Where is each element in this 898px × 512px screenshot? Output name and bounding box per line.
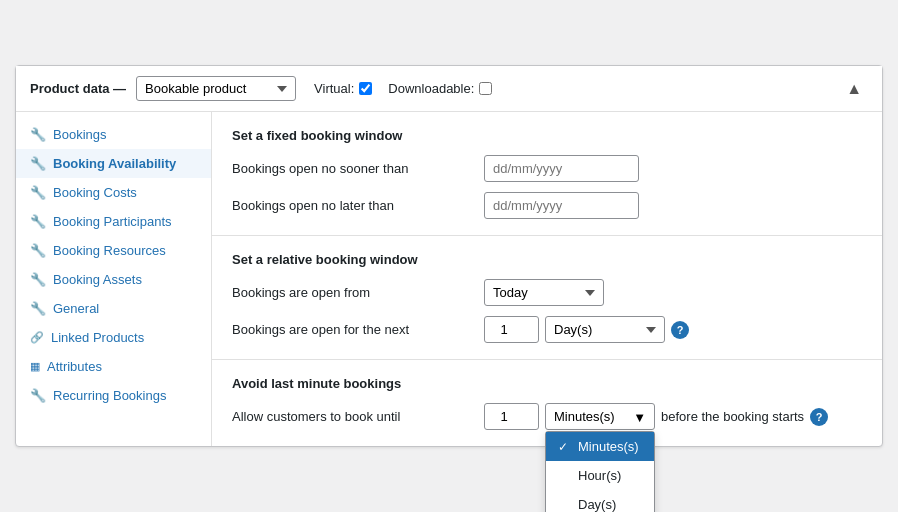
dropdown-item-hours[interactable]: Hour(s): [546, 461, 654, 490]
wrench-icon: 🔧: [30, 243, 46, 258]
sidebar-item-booking-assets[interactable]: 🔧 Booking Assets: [16, 265, 211, 294]
chain-icon: 🔗: [30, 331, 44, 344]
wrench-icon: 🔧: [30, 185, 46, 200]
before-booking-starts-text: before the booking starts: [661, 409, 804, 424]
field-row-open-no-later: Bookings open no later than: [232, 192, 862, 219]
section-last-minute-title: Avoid last minute bookings: [232, 376, 862, 391]
sidebar-item-label: General: [53, 301, 99, 316]
sidebar-item-booking-participants[interactable]: 🔧 Booking Participants: [16, 207, 211, 236]
product-type-select[interactable]: Bookable product: [136, 76, 296, 101]
date-input-open-no-sooner[interactable]: [484, 155, 639, 182]
dropdown-item-label: Hour(s): [578, 468, 621, 483]
wrench-icon: 🔧: [30, 388, 46, 403]
downloadable-checkbox[interactable]: [479, 82, 492, 95]
sidebar: 🔧 Bookings 🔧 Booking Availability 🔧 Book…: [16, 112, 212, 446]
field-label-open-for-next: Bookings are open for the next: [232, 322, 472, 337]
check-mark-icon: ✓: [558, 440, 572, 454]
section-relative-window-title: Set a relative booking window: [232, 252, 862, 267]
field-row-open-from: Bookings are open from Today Now: [232, 279, 862, 306]
dropdown-trigger-book-until[interactable]: Minutes(s) ▼: [545, 403, 655, 430]
section-last-minute: Avoid last minute bookings Allow custome…: [212, 360, 882, 446]
section-relative-window: Set a relative booking window Bookings a…: [212, 236, 882, 360]
downloadable-label: Downloadable:: [388, 81, 474, 96]
field-row-open-no-sooner: Bookings open no sooner than: [232, 155, 862, 182]
wrench-icon: 🔧: [30, 301, 46, 316]
help-icon-book-until[interactable]: ?: [810, 408, 828, 426]
dropdown-menu-book-until: ✓ Minutes(s) Hour(s) Day(s): [545, 431, 655, 512]
sidebar-item-label: Bookings: [53, 127, 106, 142]
panel-body: 🔧 Bookings 🔧 Booking Availability 🔧 Book…: [16, 112, 882, 446]
header-checkboxes: Virtual: Downloadable:: [314, 81, 492, 96]
date-input-open-no-later[interactable]: [484, 192, 639, 219]
sidebar-item-attributes[interactable]: ▦ Attributes: [16, 352, 211, 381]
sidebar-item-booking-costs[interactable]: 🔧 Booking Costs: [16, 178, 211, 207]
downloadable-checkbox-label[interactable]: Downloadable:: [388, 81, 492, 96]
sidebar-item-label: Linked Products: [51, 330, 144, 345]
select-open-from[interactable]: Today Now: [484, 279, 604, 306]
number-input-open-for-next[interactable]: [484, 316, 539, 343]
sidebar-item-linked-products[interactable]: 🔗 Linked Products: [16, 323, 211, 352]
select-open-for-next-unit[interactable]: Day(s) Minutes(s) Hour(s) Week(s) Month(…: [545, 316, 665, 343]
virtual-checkbox[interactable]: [359, 82, 372, 95]
sidebar-item-label: Booking Availability: [53, 156, 176, 171]
wrench-icon: 🔧: [30, 272, 46, 287]
panel-header: Product data — Bookable product Virtual:…: [16, 66, 882, 112]
section-fixed-window: Set a fixed booking window Bookings open…: [212, 112, 882, 236]
dropdown-item-label: Day(s): [578, 497, 616, 512]
dropdown-container-book-until: Minutes(s) ▼ ✓ Minutes(s) Hour(s): [545, 403, 655, 430]
dropdown-item-minutes[interactable]: ✓ Minutes(s): [546, 432, 654, 461]
virtual-label: Virtual:: [314, 81, 354, 96]
field-row-book-until: Allow customers to book until Minutes(s)…: [232, 403, 862, 430]
sidebar-item-bookings[interactable]: 🔧 Bookings: [16, 120, 211, 149]
panel-header-label: Product data —: [30, 81, 126, 96]
sidebar-item-label: Booking Assets: [53, 272, 142, 287]
book-until-group: Minutes(s) ▼ ✓ Minutes(s) Hour(s): [484, 403, 828, 430]
number-input-book-until[interactable]: [484, 403, 539, 430]
sidebar-item-booking-resources[interactable]: 🔧 Booking Resources: [16, 236, 211, 265]
sidebar-item-recurring-bookings[interactable]: 🔧 Recurring Bookings: [16, 381, 211, 410]
sidebar-item-general[interactable]: 🔧 General: [16, 294, 211, 323]
grid-icon: ▦: [30, 360, 40, 373]
sidebar-item-booking-availability[interactable]: 🔧 Booking Availability: [16, 149, 211, 178]
help-icon-open-for-next[interactable]: ?: [671, 321, 689, 339]
field-label-open-from: Bookings are open from: [232, 285, 472, 300]
product-data-panel: Product data — Bookable product Virtual:…: [15, 65, 883, 447]
collapse-button[interactable]: ▲: [840, 78, 868, 100]
sidebar-item-label: Recurring Bookings: [53, 388, 166, 403]
field-label-book-until: Allow customers to book until: [232, 409, 472, 424]
wrench-icon: 🔧: [30, 156, 46, 171]
open-for-next-group: Day(s) Minutes(s) Hour(s) Week(s) Month(…: [484, 316, 689, 343]
field-label-open-no-later: Bookings open no later than: [232, 198, 472, 213]
section-fixed-window-title: Set a fixed booking window: [232, 128, 862, 143]
main-content: Set a fixed booking window Bookings open…: [212, 112, 882, 446]
wrench-icon: 🔧: [30, 127, 46, 142]
wrench-icon: 🔧: [30, 214, 46, 229]
virtual-checkbox-label[interactable]: Virtual:: [314, 81, 372, 96]
dropdown-item-label: Minutes(s): [578, 439, 639, 454]
sidebar-item-label: Booking Participants: [53, 214, 172, 229]
sidebar-item-label: Booking Resources: [53, 243, 166, 258]
dropdown-item-days[interactable]: Day(s): [546, 490, 654, 512]
field-row-open-for-next: Bookings are open for the next Day(s) Mi…: [232, 316, 862, 343]
sidebar-item-label: Booking Costs: [53, 185, 137, 200]
field-label-open-no-sooner: Bookings open no sooner than: [232, 161, 472, 176]
sidebar-item-label: Attributes: [47, 359, 102, 374]
